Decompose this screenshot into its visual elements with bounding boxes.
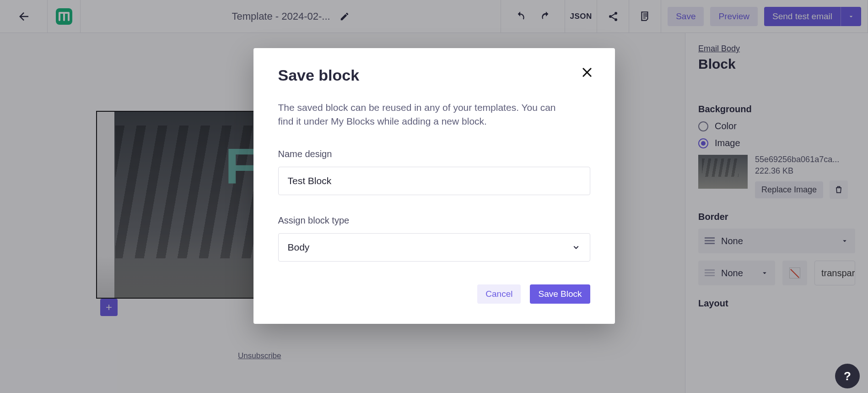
block-type-select[interactable]: Body xyxy=(278,233,590,262)
cancel-button[interactable]: Cancel xyxy=(477,284,521,304)
modal-title: Save block xyxy=(278,66,590,84)
name-design-input[interactable] xyxy=(278,167,590,195)
save-block-button[interactable]: Save Block xyxy=(530,284,590,304)
modal-description: The saved block can be reused in any of … xyxy=(278,101,571,129)
modal-overlay[interactable]: Save block The saved block can be reused… xyxy=(0,0,868,393)
block-type-value: Body xyxy=(288,242,310,253)
save-block-modal: Save block The saved block can be reused… xyxy=(253,48,615,324)
chevron-down-icon xyxy=(571,243,581,252)
help-fab[interactable]: ? xyxy=(835,364,860,388)
name-design-label: Name design xyxy=(278,149,590,159)
close-icon[interactable] xyxy=(579,65,595,80)
block-type-label: Assign block type xyxy=(278,215,590,226)
